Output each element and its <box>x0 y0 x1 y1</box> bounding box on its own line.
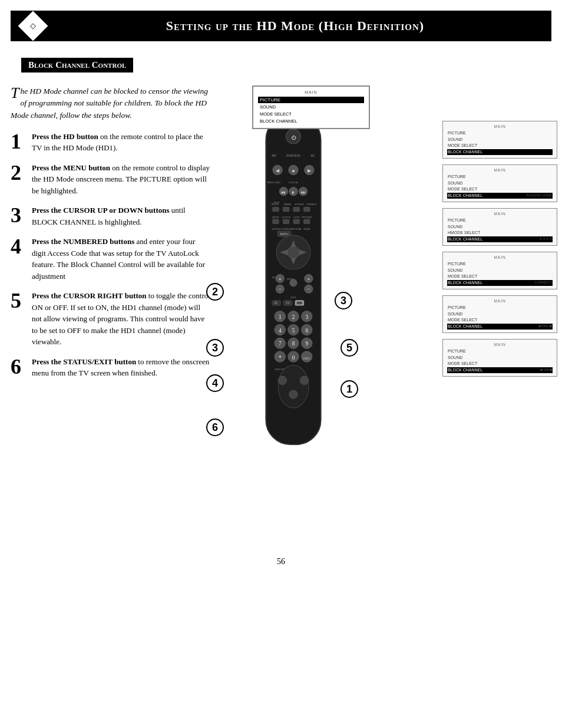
svg-text:SOUND: SOUND <box>272 228 280 230</box>
svg-point-95 <box>278 376 286 384</box>
svg-rect-36 <box>293 219 299 223</box>
step-3-number: 3 <box>11 205 27 226</box>
step-2-number: 2 <box>11 162 27 183</box>
section-heading: Block Channel Control <box>21 58 133 73</box>
svg-rect-27 <box>283 207 289 212</box>
intro-body: he HD Mode channel can be blocked to cen… <box>11 87 208 120</box>
svg-text:CLOCK: CLOCK <box>289 181 298 184</box>
svg-rect-37 <box>304 219 310 223</box>
step-1: 1 Press the HD button on the remote cont… <box>11 131 211 154</box>
badge-step-6: 6 <box>206 419 224 436</box>
screen4-sound: SOUND <box>447 268 553 274</box>
svg-text:7: 7 <box>279 341 282 347</box>
screen4-block: BLOCK CHANNEL CORRECT <box>447 280 553 286</box>
svg-text:TIMER: TIMER <box>283 203 291 206</box>
step-4-number: 4 <box>11 236 27 257</box>
screen1-mode: MODE SELECT <box>447 143 553 149</box>
svg-text:PIP: PIP <box>272 154 276 157</box>
svg-text:MUTE: MUTE <box>272 216 279 219</box>
screen6-block: BLOCK CHANNEL ■ ON ■ <box>447 367 553 374</box>
svg-text:⏭: ⏭ <box>301 190 306 195</box>
drop-cap: T <box>11 85 19 101</box>
screen1-title: MAIN <box>447 124 553 129</box>
step-4-text: Press the NUMBERED buttons and enter you… <box>32 236 211 282</box>
svg-text:CONTROL: CONTROL <box>280 228 292 230</box>
step-6-number: 6 <box>11 356 27 377</box>
intro-text: The HD Mode channel can be blocked to ce… <box>11 85 211 121</box>
screen6-sound: SOUND <box>447 355 553 361</box>
svg-text:⏵: ⏵ <box>291 190 296 195</box>
svg-text:HD: HD <box>297 301 302 305</box>
screen3-title: MAIN <box>447 212 553 216</box>
screen4-mode: MODE SELECT <box>447 274 553 280</box>
svg-text:SLIDE: SLIDE <box>303 228 310 230</box>
screen3-mode: HMODE SELECT <box>447 230 553 236</box>
svg-point-49 <box>287 246 300 259</box>
svg-text:SLEEP: SLEEP <box>272 203 279 206</box>
svg-text:TV: TV <box>286 301 290 305</box>
screen5-block: BLOCK CHANNEL ■ OFF ■ <box>447 324 553 330</box>
badge-step-4: 4 <box>206 374 224 392</box>
screen6-title: MAIN <box>447 342 553 347</box>
svg-text:●: ● <box>292 168 295 174</box>
svg-text:FORMAT: FORMAT <box>307 203 317 206</box>
screen1-picture: PICTURE <box>447 130 553 137</box>
top-screen-block: BLOCK CHANNEL <box>258 118 364 124</box>
svg-rect-35 <box>283 219 289 223</box>
svg-text:⏮: ⏮ <box>281 190 286 195</box>
step-1-text: Press the HD button on the remote contro… <box>32 131 211 154</box>
screen3-block: BLOCK CHANNEL X X X X <box>447 236 553 243</box>
svg-text:FAVL: FAVL <box>290 296 296 299</box>
screen-box-5: MAIN PICTURE SOUND MODE SELECT BLOCK CHA… <box>442 295 557 333</box>
svg-text:ACTIVE: ACTIVE <box>282 216 291 219</box>
top-screen-box: MAIN PICTURE SOUND MODE SELECT BLOCK CHA… <box>252 85 370 129</box>
svg-rect-29 <box>304 207 310 212</box>
top-screen-mode: MODE SELECT <box>258 111 364 117</box>
svg-rect-28 <box>293 207 299 212</box>
screen4-title: MAIN <box>447 255 553 259</box>
header-diamond-icon: ◇ <box>18 11 48 41</box>
svg-text:6: 6 <box>305 328 308 334</box>
step-4: 4 Press the NUMBERED buttons and enter y… <box>11 236 211 282</box>
svg-rect-34 <box>273 219 279 223</box>
svg-text:*: * <box>279 355 282 361</box>
step-1-number: 1 <box>11 131 27 152</box>
remote-svg: ⏻ PIP POSITION DC ◀ ● ▶ PREV-LIST CLOCK <box>217 109 370 463</box>
svg-text:POSITION: POSITION <box>286 154 300 157</box>
svg-text:▶: ▶ <box>308 168 312 173</box>
svg-point-96 <box>300 376 308 384</box>
svg-text:⏻: ⏻ <box>291 135 296 140</box>
screen3-sound: SOUND <box>447 224 553 230</box>
svg-text:+: + <box>279 276 282 282</box>
svg-text:PICTURE: PICTURE <box>292 228 302 230</box>
screen-box-6: MAIN PICTURE SOUND MODE SELECT BLOCK CHA… <box>442 339 557 377</box>
screen5-sound: SOUND <box>447 311 553 318</box>
svg-text:1: 1 <box>279 314 282 320</box>
svg-text:DC: DC <box>311 154 316 157</box>
step-3-text: Press the CURSOR UP or DOWN buttons unti… <box>32 205 211 228</box>
svg-text:3: 3 <box>305 314 308 320</box>
step-5-text: Press the CURSOR RIGHT button to toggle … <box>32 290 211 348</box>
svg-text:◀: ◀ <box>276 168 280 173</box>
svg-rect-26 <box>273 207 279 212</box>
content-area: The HD Mode channel can be blocked to ce… <box>11 85 551 545</box>
badge-step-5: 5 <box>340 339 358 357</box>
svg-text:2: 2 <box>292 314 295 320</box>
badge-step-2: 2 <box>206 283 224 301</box>
step-6: 6 Press the STATUS/EXIT button to remove… <box>11 356 211 379</box>
diamond-inner: ◇ <box>30 21 36 31</box>
svg-point-97 <box>289 390 297 398</box>
badge-step-3-top: 3 <box>335 292 352 309</box>
step-5: 5 Press the CURSOR RIGHT button to toggl… <box>11 290 211 348</box>
svg-text:−: − <box>307 286 310 292</box>
instructions-column: The HD Mode channel can be blocked to ce… <box>11 85 211 545</box>
screen-box-2: MAIN PICTURE SOUND MODE SELECT BLOCK CHA… <box>442 164 557 202</box>
top-screen-sound: SOUND <box>258 104 364 110</box>
svg-text:4: 4 <box>279 328 282 334</box>
top-screen-title: MAIN <box>258 90 364 94</box>
svg-text:MENU: MENU <box>280 232 289 236</box>
svg-text:PREV-LIST: PREV-LIST <box>267 181 281 184</box>
right-column: 2 3 5 3 4 1 6 ⏻ PIP POSITION DC <box>217 85 551 545</box>
screen1-block: BLOCK CHANNEL <box>447 149 553 156</box>
screen2-mode: MODE SELECT <box>447 186 553 193</box>
